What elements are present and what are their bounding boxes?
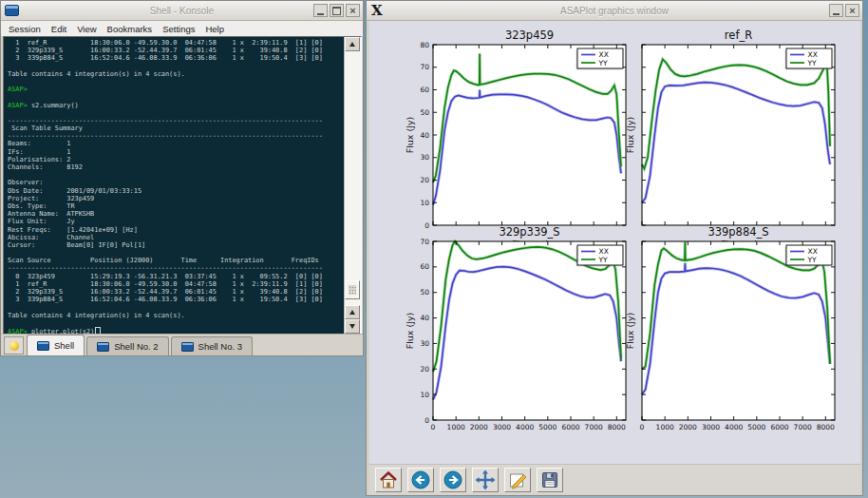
shell-screen-icon — [181, 342, 194, 352]
terminal-line — [8, 249, 344, 257]
home-icon — [378, 469, 399, 490]
shell-screen-icon — [37, 341, 49, 351]
new-session-button[interactable] — [4, 336, 24, 354]
asaplot-titlebar[interactable]: X ASAPlot graphics window × — [367, 1, 862, 21]
subplot-grid: 01020304050607080ChannelFlux (Jy)XXYYCha… — [369, 21, 860, 464]
terminal-line: IFs: 1 — [8, 148, 344, 156]
x11-icon: X — [371, 4, 383, 18]
screen: Shell - Konsole × SessionEditViewBookmar… — [0, 0, 868, 498]
subplot-config-icon — [507, 469, 528, 490]
tab-shell[interactable]: Shell — [27, 335, 85, 355]
terminal-line: Project: 323p459 — [8, 195, 344, 202]
terminal-line: 0 323p459 15:29:19.3 -56.31.21.3 03:37:4… — [8, 273, 344, 280]
back-button[interactable] — [407, 468, 434, 492]
subplot-title: 323p459 — [505, 29, 554, 42]
terminal-line: Observer: — [8, 179, 344, 186]
forward-button[interactable] — [440, 468, 466, 492]
y-tick-label: 80 — [420, 41, 429, 49]
home-button[interactable] — [375, 468, 402, 492]
scroll-up-button-2[interactable] — [345, 305, 360, 319]
terminal-line: Table contains 4 integration(s) in 4 sca… — [8, 312, 344, 319]
terminal-line — [8, 93, 344, 101]
minimize-button[interactable] — [829, 4, 843, 17]
plot-toolbar — [369, 464, 860, 494]
scroll-down-button[interactable] — [345, 319, 360, 334]
menu-item-bookmarks[interactable]: Bookmarks — [107, 24, 153, 34]
terminal-line: ASAP> s2.summary() — [8, 102, 344, 109]
y-tick-label: 30 — [420, 339, 429, 348]
scroll-up-button[interactable] — [345, 37, 360, 51]
x-tick-label: 7000 — [794, 423, 812, 431]
y-axis-label: Flux (Jy) — [625, 117, 635, 154]
save-button[interactable] — [537, 468, 563, 492]
menu-item-help[interactable]: Help — [205, 24, 224, 34]
x-tick-label: 4000 — [725, 423, 743, 431]
x-tick-label: 0 — [431, 423, 436, 431]
x-tick-label: 0 — [640, 423, 645, 431]
subplot-title: ref_R — [725, 29, 752, 42]
terminal-output[interactable]: 1 ref_R 18:30:06.0 -49.59.30.0 04:47:58 … — [4, 37, 344, 334]
legend-label: YY — [807, 59, 818, 67]
minimize-button[interactable] — [313, 4, 328, 17]
asaplot-window-title: ASAPlot graphics window — [367, 6, 862, 16]
close-button[interactable]: × — [845, 4, 859, 17]
terminal-line — [8, 78, 344, 86]
terminal-line: 3 339p884_S 16:52:04.6 -46.08.33.9 06:36… — [8, 296, 344, 303]
legend-label: YY — [807, 256, 818, 264]
tab-label: Shell No. 2 — [114, 341, 158, 352]
forward-icon — [443, 469, 463, 490]
subplot-config-button[interactable] — [504, 468, 531, 492]
terminal-line: 3 339p884_S 16:52:04.6 -46.08.33.9 06:36… — [8, 54, 344, 62]
y-tick-label: 60 — [420, 262, 429, 271]
terminal-line: 1 ref_R 18:30:06.0 -49.59.30.0 04:47:58 … — [8, 280, 344, 288]
terminal-line — [8, 63, 344, 70]
subplot-title: 339p884_S — [708, 225, 768, 239]
tab-shell-no-2[interactable]: Shell No. 2 — [86, 336, 168, 355]
menu-item-view[interactable]: View — [77, 24, 96, 34]
axes-background — [433, 45, 626, 225]
y-tick-label: 20 — [420, 176, 429, 184]
maximize-button[interactable] — [330, 4, 344, 17]
terminal-line: ----------------------------------------… — [8, 132, 344, 140]
axes-background — [642, 241, 835, 420]
terminal-line: Scan Table Summary — [8, 124, 344, 132]
terminal-line: 2 329p339_S 16:00:33.2 -52.44.39.7 06:01… — [8, 288, 344, 296]
terminal-cursor — [95, 327, 101, 334]
plot-canvas[interactable]: 01020304050607080ChannelFlux (Jy)XXYYCha… — [369, 21, 860, 464]
y-tick-label: 0 — [425, 221, 429, 230]
y-tick-label: 10 — [420, 199, 429, 207]
konsole-menubar: SessionEditViewBookmarksSettingsHelp — [1, 21, 363, 37]
x-tick-label: 1000 — [656, 423, 674, 431]
terminal-line: Cursor: Beam[0] IF[0] Pol[1] — [8, 241, 344, 249]
x-tick-label: 6000 — [561, 423, 579, 431]
terminal-line: Scan Source Position (J2000) Time Integr… — [8, 257, 344, 264]
menu-item-edit[interactable]: Edit — [51, 24, 66, 34]
terminal-line: ASAP> — [8, 86, 344, 93]
tab-shell-no-3[interactable]: Shell No. 3 — [171, 336, 253, 355]
close-button[interactable]: × — [346, 4, 360, 17]
terminal-line: Obs. Type: TR — [8, 202, 344, 210]
konsole-titlebar[interactable]: Shell - Konsole × — [1, 1, 363, 21]
y-tick-label: 70 — [420, 63, 429, 71]
scrollbar-thumb[interactable] — [345, 280, 360, 299]
y-axis-label: Flux (Jy) — [625, 313, 635, 350]
y-tick-label: 0 — [425, 416, 429, 425]
konsole-window: Shell - Konsole × SessionEditViewBookmar… — [0, 0, 364, 356]
terminal-line: Flux Unit: Jy — [8, 218, 344, 225]
konsole-app-icon — [5, 5, 19, 16]
terminal-scrollbar[interactable] — [344, 37, 361, 334]
y-tick-label: 70 — [420, 238, 429, 246]
y-axis-label: Flux (Jy) — [405, 117, 415, 154]
terminal-line: ----------------------------------------… — [8, 264, 344, 272]
pan-button[interactable] — [472, 468, 499, 492]
x-tick-label: 3000 — [493, 423, 511, 431]
x-tick-label: 8000 — [608, 423, 626, 431]
terminal-line — [8, 319, 344, 327]
back-icon — [410, 469, 431, 490]
menu-item-settings[interactable]: Settings — [162, 24, 195, 34]
legend-label: YY — [598, 256, 609, 264]
save-icon — [539, 469, 560, 490]
menu-item-session[interactable]: Session — [9, 24, 41, 34]
x-tick-label: 4000 — [516, 423, 534, 431]
terminal-line: ASAP> plotter.plot(s2) — [8, 327, 344, 334]
